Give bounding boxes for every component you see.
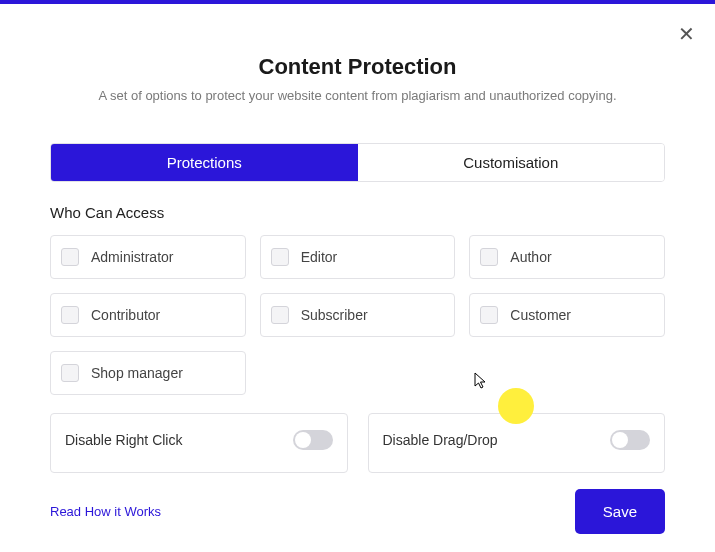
card-disable-right-click: Disable Right Click <box>50 413 348 473</box>
role-customer[interactable]: Customer <box>469 293 665 337</box>
role-shop-manager[interactable]: Shop manager <box>50 351 246 395</box>
roles-grid: Administrator Editor Author Contributor … <box>50 235 665 395</box>
role-editor[interactable]: Editor <box>260 235 456 279</box>
checkbox-icon <box>61 306 79 324</box>
card-title: Disable Drag/Drop <box>383 432 498 448</box>
checkbox-icon <box>480 248 498 266</box>
role-administrator[interactable]: Administrator <box>50 235 246 279</box>
role-label: Customer <box>510 307 571 323</box>
checkbox-icon <box>271 248 289 266</box>
toggle-right-click[interactable] <box>293 430 333 450</box>
tab-customisation[interactable]: Customisation <box>358 144 665 181</box>
checkbox-icon <box>271 306 289 324</box>
top-accent-bar <box>0 0 715 4</box>
toggle-drag-drop[interactable] <box>610 430 650 450</box>
close-button[interactable]: ✕ <box>678 24 695 44</box>
role-label: Contributor <box>91 307 160 323</box>
page-title: Content Protection <box>40 54 675 80</box>
feature-cards: Disable Right Click Disable Drag/Drop <box>50 413 665 473</box>
role-subscriber[interactable]: Subscriber <box>260 293 456 337</box>
role-label: Editor <box>301 249 338 265</box>
role-label: Administrator <box>91 249 173 265</box>
modal-footer: Read How it Works Save <box>50 489 665 534</box>
tab-protections[interactable]: Protections <box>51 144 358 181</box>
page-subtitle: A set of options to protect your website… <box>40 88 675 103</box>
role-label: Author <box>510 249 551 265</box>
modal-header: Content Protection A set of options to p… <box>0 54 715 103</box>
modal-content: Protections Customisation Who Can Access… <box>0 143 715 473</box>
access-section-label: Who Can Access <box>50 204 665 221</box>
checkbox-icon <box>61 248 79 266</box>
checkbox-icon <box>480 306 498 324</box>
role-label: Subscriber <box>301 307 368 323</box>
checkbox-icon <box>61 364 79 382</box>
card-disable-drag-drop: Disable Drag/Drop <box>368 413 666 473</box>
tabs: Protections Customisation <box>50 143 665 182</box>
role-author[interactable]: Author <box>469 235 665 279</box>
card-title: Disable Right Click <box>65 432 182 448</box>
how-it-works-link[interactable]: Read How it Works <box>50 504 161 519</box>
save-button[interactable]: Save <box>575 489 665 534</box>
role-contributor[interactable]: Contributor <box>50 293 246 337</box>
role-label: Shop manager <box>91 365 183 381</box>
